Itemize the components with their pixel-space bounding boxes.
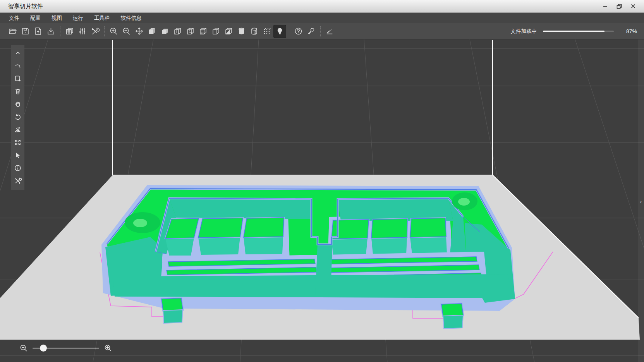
open-folder-icon (8, 27, 17, 36)
help-button[interactable] (292, 25, 305, 38)
progress-fill (543, 31, 605, 32)
delete-model-button[interactable] (11, 85, 24, 98)
menu-view[interactable]: 视图 (46, 13, 67, 23)
main-toolbar: 文件加载中 87% (0, 23, 644, 39)
menu-toolbar[interactable]: 工具栏 (89, 13, 115, 23)
hand-icon (14, 100, 22, 108)
lattice-points-button[interactable] (261, 25, 273, 38)
import-model-button[interactable] (32, 25, 45, 38)
knife-icon (325, 27, 334, 36)
minimize-icon (603, 3, 608, 9)
toolbar-separator (104, 26, 105, 36)
cube-half-button[interactable] (222, 25, 235, 38)
cube-grid-button[interactable] (197, 25, 210, 38)
mirror-scale-button[interactable] (11, 123, 24, 136)
add-document-icon (14, 75, 22, 82)
minimize-button[interactable] (600, 2, 611, 11)
collapse-up-button[interactable] (11, 46, 24, 59)
menu-bar: 文件 配置 视图 运行 工具栏 软件信息 (0, 13, 644, 23)
side-toolbar (11, 45, 24, 190)
wrench-screwdriver-icon (91, 27, 100, 36)
model-info-button[interactable] (11, 161, 24, 174)
undo-button[interactable] (11, 59, 24, 72)
restore-button[interactable] (614, 2, 625, 11)
license-key-button[interactable] (305, 25, 318, 38)
zoom-out-icon[interactable] (19, 344, 28, 352)
menu-about[interactable]: 软件信息 (115, 13, 147, 23)
close-button[interactable] (628, 2, 639, 11)
cube-surface-button[interactable] (158, 25, 171, 38)
export-tray-icon (46, 27, 55, 36)
machine-manager-button[interactable] (63, 25, 76, 38)
cylinder-wire-icon (250, 27, 259, 36)
cylinder-wire-button[interactable] (248, 25, 261, 38)
restore-icon (617, 3, 622, 9)
scene-canvas (0, 39, 644, 362)
select-tool-button[interactable] (11, 149, 24, 161)
zoom-in-icon (109, 27, 118, 36)
file-group (6, 25, 57, 38)
standoff-cube-right (441, 304, 463, 329)
menu-run[interactable]: 运行 (67, 13, 89, 23)
lattice-points-icon (263, 27, 271, 36)
cut-tool-button[interactable] (323, 25, 336, 38)
screw-boss-right (452, 192, 477, 210)
menu-file[interactable]: 文件 (0, 13, 25, 23)
cube-open-button[interactable] (210, 25, 222, 38)
zoom-out-icon (122, 27, 131, 36)
repair-tools-icon (14, 177, 22, 185)
zoom-slider-handle[interactable] (40, 345, 47, 352)
cylinder-solid-button[interactable] (235, 25, 248, 38)
zoom-in-icon[interactable] (104, 344, 112, 352)
cube-wire-button[interactable] (171, 25, 184, 38)
edit-group (323, 25, 336, 38)
save-file-button[interactable] (19, 25, 32, 38)
chevron-up-icon (14, 50, 21, 57)
save-icon (21, 27, 30, 36)
lightbulb-icon (275, 27, 284, 36)
zoom-out-button[interactable] (120, 25, 133, 38)
menu-config[interactable]: 配置 (25, 13, 46, 23)
cube-dashed-button[interactable] (184, 25, 197, 38)
export-gcode-button[interactable] (45, 25, 57, 38)
undo-arrow-icon (14, 62, 22, 70)
help-group (292, 25, 318, 38)
loading-status: 文件加载中 87% (511, 28, 644, 35)
cursor-icon (14, 151, 22, 159)
cylinder-icon (237, 27, 246, 36)
standoff-cube-left (161, 298, 183, 323)
loading-progress-bar (543, 31, 614, 32)
close-icon (630, 3, 636, 9)
cube-grid-icon (199, 27, 208, 36)
cube-solid-button[interactable] (146, 25, 158, 38)
help-icon (294, 27, 303, 36)
viewport-3d[interactable]: ‹ (0, 39, 644, 362)
repair-model-button[interactable] (11, 174, 24, 187)
display-mode-group (146, 25, 286, 38)
loading-label: 文件加载中 (511, 28, 537, 35)
fit-view-button[interactable] (11, 136, 24, 149)
rotate-view-button[interactable] (11, 110, 24, 123)
expand-arrows-icon (14, 139, 22, 146)
zoom-in-button[interactable] (107, 25, 120, 38)
right-panel-toggle[interactable]: ‹ (638, 39, 644, 362)
cube-wire-icon (173, 27, 182, 36)
parameter-sliders-button[interactable] (76, 25, 89, 38)
repair-tools-button[interactable] (89, 25, 101, 38)
add-model-button[interactable] (11, 72, 24, 85)
move-model-button[interactable] (133, 25, 146, 38)
light-toggle-button[interactable] (273, 25, 286, 38)
sliders-icon (78, 27, 87, 36)
cube-solid-icon (148, 27, 156, 36)
info-icon (14, 164, 22, 172)
zoom-slider-track[interactable] (33, 348, 99, 348)
zoom-control (19, 342, 112, 354)
move-arrows-icon (135, 27, 144, 36)
title-bar: 智享切片软件 (0, 0, 644, 13)
cube-surface-icon (160, 27, 169, 36)
build-volume-edges (113, 40, 493, 175)
toolbar-separator (320, 26, 321, 36)
pan-view-button[interactable] (11, 98, 24, 110)
open-file-button[interactable] (6, 25, 19, 38)
toolbar-separator (60, 26, 60, 36)
